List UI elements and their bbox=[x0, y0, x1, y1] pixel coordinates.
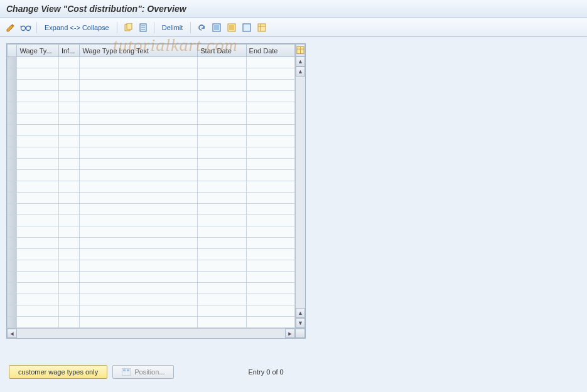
table-cell[interactable] bbox=[198, 91, 246, 102]
table-cell[interactable] bbox=[17, 136, 58, 147]
table-cell[interactable] bbox=[246, 147, 294, 159]
copy-as-icon[interactable] bbox=[122, 22, 134, 33]
horizontal-scrollbar[interactable]: ◄ ► bbox=[7, 328, 305, 338]
table-cell[interactable] bbox=[246, 57, 294, 68]
row-selector[interactable] bbox=[8, 317, 17, 328]
table-cell[interactable] bbox=[198, 283, 246, 294]
row-selector[interactable] bbox=[8, 204, 17, 215]
table-cell[interactable] bbox=[17, 238, 58, 249]
table-cell[interactable] bbox=[17, 170, 58, 181]
table-cell[interactable] bbox=[58, 102, 80, 114]
table-cell[interactable] bbox=[17, 102, 58, 114]
table-cell[interactable] bbox=[246, 193, 294, 204]
table-cell[interactable] bbox=[198, 159, 246, 170]
table-cell[interactable] bbox=[17, 305, 58, 317]
table-cell[interactable] bbox=[80, 114, 198, 125]
table-cell[interactable] bbox=[246, 317, 294, 328]
table-cell[interactable] bbox=[80, 159, 198, 170]
table-cell[interactable] bbox=[17, 249, 58, 260]
row-selector[interactable] bbox=[8, 57, 17, 68]
table-cell[interactable] bbox=[246, 114, 294, 125]
vertical-scrollbar[interactable]: ▲ ▲ ▲ ▼ bbox=[295, 44, 305, 328]
table-cell[interactable] bbox=[246, 204, 294, 215]
table-cell[interactable] bbox=[80, 136, 198, 147]
table-cell[interactable] bbox=[198, 136, 246, 147]
table-cell[interactable] bbox=[246, 68, 294, 80]
table-cell[interactable] bbox=[80, 170, 198, 181]
table-cell[interactable] bbox=[246, 272, 294, 283]
table-cell[interactable] bbox=[58, 80, 80, 91]
table-cell[interactable] bbox=[80, 102, 198, 114]
table-cell[interactable] bbox=[198, 147, 246, 159]
table-cell[interactable] bbox=[198, 181, 246, 193]
table-cell[interactable] bbox=[198, 125, 246, 136]
table-cell[interactable] bbox=[80, 57, 198, 68]
table-cell[interactable] bbox=[246, 215, 294, 226]
table-cell[interactable] bbox=[17, 147, 58, 159]
table-cell[interactable] bbox=[58, 272, 80, 283]
column-header[interactable]: Inf... bbox=[58, 45, 80, 57]
table-cell[interactable] bbox=[80, 91, 198, 102]
table-cell[interactable] bbox=[80, 260, 198, 272]
table-cell[interactable] bbox=[246, 260, 294, 272]
scroll-right-icon[interactable]: ► bbox=[285, 329, 295, 338]
table-cell[interactable] bbox=[198, 305, 246, 317]
table-cell[interactable] bbox=[58, 170, 80, 181]
table-cell[interactable] bbox=[246, 294, 294, 305]
row-selector[interactable] bbox=[8, 226, 17, 238]
table-cell[interactable] bbox=[58, 305, 80, 317]
table-cell[interactable] bbox=[58, 260, 80, 272]
row-selector[interactable] bbox=[8, 136, 17, 147]
table-cell[interactable] bbox=[58, 204, 80, 215]
table-cell[interactable] bbox=[80, 238, 198, 249]
row-selector[interactable] bbox=[8, 91, 17, 102]
table-cell[interactable] bbox=[80, 283, 198, 294]
table-cell[interactable] bbox=[17, 91, 58, 102]
table-cell[interactable] bbox=[80, 249, 198, 260]
row-selector[interactable] bbox=[8, 102, 17, 114]
row-selector[interactable] bbox=[8, 147, 17, 159]
table-cell[interactable] bbox=[17, 283, 58, 294]
table-cell[interactable] bbox=[17, 204, 58, 215]
row-selector[interactable] bbox=[8, 114, 17, 125]
table-cell[interactable] bbox=[198, 260, 246, 272]
table-cell[interactable] bbox=[58, 294, 80, 305]
delete-icon[interactable] bbox=[137, 22, 149, 33]
column-header[interactable]: End Date bbox=[246, 45, 294, 57]
table-cell[interactable] bbox=[246, 249, 294, 260]
table-cell[interactable] bbox=[58, 114, 80, 125]
table-cell[interactable] bbox=[198, 193, 246, 204]
table-cell[interactable] bbox=[198, 102, 246, 114]
scroll-down-icon[interactable]: ▲ bbox=[296, 308, 305, 318]
table-cell[interactable] bbox=[198, 215, 246, 226]
table-cell[interactable] bbox=[198, 68, 246, 80]
table-cell[interactable] bbox=[58, 317, 80, 328]
expand-collapse-button[interactable]: Expand <-> Collapse bbox=[42, 24, 112, 31]
table-cell[interactable] bbox=[246, 136, 294, 147]
column-header[interactable]: Wage Type Long Text bbox=[80, 45, 198, 57]
column-header[interactable]: Start Date bbox=[198, 45, 246, 57]
table-cell[interactable] bbox=[80, 125, 198, 136]
table-cell[interactable] bbox=[17, 215, 58, 226]
table-cell[interactable] bbox=[246, 170, 294, 181]
row-selector[interactable] bbox=[8, 125, 17, 136]
table-cell[interactable] bbox=[80, 204, 198, 215]
row-selector[interactable] bbox=[8, 249, 17, 260]
table-cell[interactable] bbox=[17, 193, 58, 204]
row-selector[interactable] bbox=[8, 272, 17, 283]
deselect-all-icon[interactable] bbox=[241, 22, 252, 33]
table-cell[interactable] bbox=[58, 68, 80, 80]
toggle-change-icon[interactable] bbox=[5, 22, 16, 33]
table-cell[interactable] bbox=[80, 317, 198, 328]
scroll-up-icon[interactable]: ▲ bbox=[296, 56, 305, 66]
table-cell[interactable] bbox=[198, 80, 246, 91]
table-cell[interactable] bbox=[17, 114, 58, 125]
table-cell[interactable] bbox=[80, 193, 198, 204]
table-cell[interactable] bbox=[58, 147, 80, 159]
table-cell[interactable] bbox=[246, 91, 294, 102]
table-cell[interactable] bbox=[246, 226, 294, 238]
table-cell[interactable] bbox=[198, 226, 246, 238]
table-cell[interactable] bbox=[80, 68, 198, 80]
column-header[interactable]: Wage Ty... bbox=[17, 45, 58, 57]
table-cell[interactable] bbox=[80, 80, 198, 91]
